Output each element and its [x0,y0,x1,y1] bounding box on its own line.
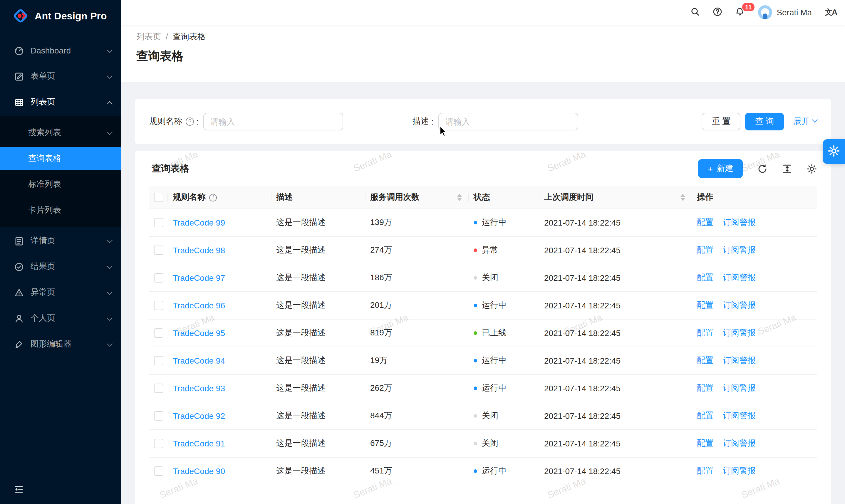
description-input[interactable] [438,112,578,130]
sorter-icon[interactable] [457,194,462,201]
subscribe-alert-link[interactable]: 订阅警报 [723,273,756,283]
rule-name-link[interactable]: TradeCode 93 [173,383,225,393]
chevron-down-icon [107,314,112,320]
sidebar-subitem[interactable]: 搜索列表 [0,121,121,144]
configure-link[interactable]: 配置 [697,355,713,366]
check-circle-icon [14,262,24,272]
highlight-icon [14,339,24,349]
rule-name-link[interactable]: TradeCode 96 [173,301,225,310]
row-checkbox[interactable] [154,356,163,365]
configure-link[interactable]: 配置 [697,217,713,228]
menu-collapse-icon[interactable] [14,485,23,496]
column-header-time[interactable]: 上次调度时间 [539,186,692,209]
subscribe-alert-link[interactable]: 订阅警报 [723,245,756,255]
reset-button[interactable]: 重 置 [702,112,740,130]
expand-link[interactable]: 展开 [793,116,817,127]
status-cell: 关闭 [469,273,539,283]
column-settings-icon[interactable] [807,164,817,174]
configure-link[interactable]: 配置 [697,466,713,476]
chevron-down-icon [107,237,112,243]
row-checkbox[interactable] [154,328,163,338]
rule-name-link[interactable]: TradeCode 99 [173,218,225,227]
configure-link[interactable]: 配置 [697,411,713,421]
sidebar-item-check-circle[interactable]: 结果页 [0,255,121,278]
service-calls-cell: 451万 [365,466,469,476]
description-cell: 这是一段描述 [271,300,365,311]
row-checkbox[interactable] [154,383,163,393]
configure-link[interactable]: 配置 [697,383,713,394]
new-button[interactable]: + 新建 [698,159,743,178]
table-row: TradeCode 92这是一段描述844万关闭2021-07-14 18:22… [149,402,817,430]
theme-settings-button[interactable] [823,139,845,164]
sidebar-item-dashboard[interactable]: Dashboard [0,39,121,62]
rule-name-link[interactable]: TradeCode 95 [173,328,225,338]
header-help-button[interactable] [706,0,729,25]
status-cell: 运行中 [469,383,539,394]
subscribe-alert-link[interactable]: 订阅警报 [723,438,756,449]
subscribe-alert-link[interactable]: 订阅警报 [723,411,756,421]
row-checkbox[interactable] [154,466,163,476]
row-checkbox[interactable] [154,301,163,310]
status-dot [474,249,477,252]
rule-name-link[interactable]: TradeCode 98 [173,246,225,255]
breadcrumb-parent[interactable]: 列表页 [136,32,161,42]
row-checkbox[interactable] [154,218,163,227]
select-all-checkbox[interactable] [154,193,163,202]
sorter-icon[interactable] [681,194,685,201]
sidebar-subitem[interactable]: 卡片列表 [0,199,121,222]
sidebar-item-highlight[interactable]: 图形编辑器 [0,332,121,356]
language-switch-icon[interactable]: 文A [819,7,845,18]
form-actions: 重 置 查 询 展开 [702,112,817,130]
sidebar-subitem[interactable]: 查询表格 [0,147,121,170]
rule-name-link[interactable]: TradeCode 92 [173,411,225,420]
status-cell: 运行中 [469,217,539,228]
service-calls-cell: 201万 [365,300,469,311]
header-search-button[interactable] [684,0,706,25]
user-account-menu[interactable]: Serati Ma [751,5,819,19]
sidebar-item-form[interactable]: 表单页 [0,65,121,88]
last-schedule-time-cell: 2021-07-14 18:22:45 [539,411,692,420]
sidebar-item-user[interactable]: 个人页 [0,307,121,330]
column-header-calls[interactable]: 服务调用次数 [365,186,469,209]
subscribe-alert-link[interactable]: 订阅警报 [723,217,756,228]
subscribe-alert-link[interactable]: 订阅警报 [723,383,756,394]
last-schedule-time-cell: 2021-07-14 18:22:45 [539,328,692,338]
rule-name-input[interactable] [203,112,343,130]
logo-row[interactable]: Ant Design Pro [0,0,121,33]
query-button[interactable]: 查 询 [745,112,784,130]
subscribe-alert-link[interactable]: 订阅警报 [723,328,756,338]
sidebar-item-table[interactable]: 列表页 [0,90,121,114]
sidebar-item-profile[interactable]: 详情页 [0,229,121,253]
breadcrumb: 列表页 / 查询表格 [136,32,830,42]
subscribe-alert-link[interactable]: 订阅警报 [723,300,756,311]
form-field-description: 描述: [413,112,578,130]
density-icon[interactable] [782,164,792,174]
question-circle-icon: ? [186,117,194,125]
row-checkbox[interactable] [154,411,163,420]
row-checkbox[interactable] [154,439,163,448]
configure-link[interactable]: 配置 [697,245,713,255]
table-toolbar: + 新建 [698,159,817,178]
header-notification-button[interactable]: 11 [729,0,751,25]
rule-name-link[interactable]: TradeCode 90 [173,466,225,476]
row-checkbox[interactable] [154,246,163,255]
rule-name-link[interactable]: TradeCode 94 [173,356,225,365]
configure-link[interactable]: 配置 [697,300,713,311]
status-dot [474,359,477,362]
avatar [758,5,772,19]
subscribe-alert-link[interactable]: 订阅警报 [723,466,756,476]
sidebar-subitem[interactable]: 标准列表 [0,173,121,196]
configure-link[interactable]: 配置 [697,273,713,283]
status-dot [474,469,477,473]
sidebar-item-warning[interactable]: 异常页 [0,281,121,304]
configure-link[interactable]: 配置 [697,328,713,338]
reload-icon[interactable] [757,164,768,174]
table-row: TradeCode 98这是一段描述274万异常2021-07-14 18:22… [149,237,817,264]
row-checkbox[interactable] [154,273,163,283]
rule-name-link[interactable]: TradeCode 91 [173,439,225,448]
subscribe-alert-link[interactable]: 订阅警报 [723,355,756,366]
description-cell: 这是一段描述 [271,328,365,338]
rule-name-link[interactable]: TradeCode 97 [173,273,225,283]
status-cell: 运行中 [469,300,539,311]
configure-link[interactable]: 配置 [697,438,713,449]
